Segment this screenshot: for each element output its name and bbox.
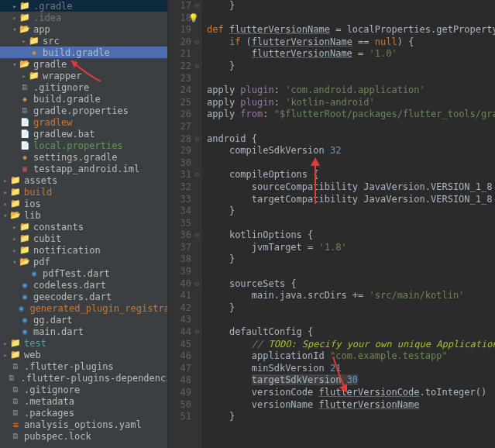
- code-line[interactable]: applicationId "com.example.testapp": [207, 350, 495, 363]
- chevron-down-icon[interactable]: ▾: [11, 60, 19, 68]
- code-line[interactable]: [207, 121, 495, 133]
- code-line[interactable]: targetSdkVersion 30: [207, 374, 495, 387]
- tree-item[interactable]: ▸build.gradle: [0, 47, 167, 58]
- chevron-right-icon[interactable]: ▸: [20, 37, 28, 45]
- tree-item[interactable]: ▸.idea: [0, 12, 167, 23]
- tree-item[interactable]: ▸gradle.properties: [0, 105, 167, 116]
- code-line[interactable]: main.java.srcDirs += 'src/main/kotlin': [207, 290, 495, 302]
- code-area[interactable]: }def flutterVersionName = localPropertie…: [202, 0, 495, 448]
- tree-item[interactable]: ▸local.properties: [0, 140, 167, 151]
- code-line[interactable]: // TODO: Specify your own unique Applica…: [207, 339, 495, 351]
- chevron-right-icon[interactable]: ▸: [11, 14, 19, 22]
- code-editor[interactable]: 17⊟18💡1920⊟2122⊟232425262728⊟293031⊟3233…: [168, 0, 495, 448]
- fold-icon[interactable]: ⊟: [195, 36, 199, 49]
- tree-item[interactable]: ▸test: [0, 337, 167, 349]
- code-line[interactable]: jvmTarget = '1.8': [207, 242, 495, 254]
- chevron-down-icon[interactable]: ▾: [2, 212, 9, 219]
- tree-item[interactable]: ▸pubspec.lock: [0, 430, 167, 442]
- chevron-down-icon[interactable]: ▾: [11, 258, 19, 266]
- code-line[interactable]: minSdkVersion 21: [207, 363, 495, 375]
- tree-item[interactable]: ▸.flutter-plugins-dependencies: [0, 372, 167, 384]
- tree-item[interactable]: ▸wrapper: [0, 70, 167, 81]
- chevron-right-icon[interactable]: ▸: [11, 246, 19, 254]
- lightbulb-icon[interactable]: 💡: [188, 12, 199, 25]
- project-tree[interactable]: ▸.gradle▸.idea▾app▸src▸build.gradle▾grad…: [0, 0, 168, 448]
- fold-icon[interactable]: ⊟: [195, 278, 199, 291]
- code-line[interactable]: }: [207, 0, 495, 12]
- fold-icon[interactable]: ⊟: [195, 133, 199, 146]
- tree-item[interactable]: ▸main.dart: [0, 326, 167, 337]
- chevron-right-icon[interactable]: ▸: [2, 339, 9, 347]
- code-line[interactable]: }: [207, 205, 495, 218]
- tree-item[interactable]: ▸geecoders.dart: [0, 291, 167, 302]
- code-line[interactable]: compileOptions {: [207, 169, 495, 181]
- code-line[interactable]: android {: [207, 133, 495, 146]
- tree-item[interactable]: ▸.gitignore: [0, 384, 167, 395]
- chevron-right-icon[interactable]: ▸: [20, 72, 28, 80]
- fold-icon[interactable]: ⊟: [195, 229, 199, 242]
- tree-item[interactable]: ▸notification: [0, 244, 167, 256]
- tree-item[interactable]: ▸.flutter-plugins: [0, 360, 167, 372]
- chevron-right-icon[interactable]: ▸: [2, 351, 9, 359]
- tree-item[interactable]: ▸.metadata: [0, 395, 167, 407]
- code-line[interactable]: compileSdkVersion 32: [207, 145, 495, 157]
- code-line[interactable]: apply from: "$flutterRoot/packages/flutt…: [207, 109, 495, 121]
- chevron-down-icon[interactable]: ▾: [11, 26, 19, 33]
- tree-item[interactable]: ▸.gradle: [0, 0, 167, 12]
- code-line[interactable]: [207, 73, 495, 85]
- chevron-right-icon[interactable]: ▸: [2, 200, 9, 208]
- tree-item[interactable]: ▸build: [0, 186, 167, 198]
- chevron-right-icon[interactable]: ▸: [2, 188, 9, 196]
- tree-item[interactable]: ▸testapp_android.iml: [0, 163, 167, 174]
- code-line[interactable]: versionCode flutterVersionCode.toInteger…: [207, 387, 495, 399]
- code-line[interactable]: [207, 157, 495, 170]
- tree-item[interactable]: ▸web: [0, 349, 167, 360]
- tree-item[interactable]: ▸gradlew.bat: [0, 128, 167, 140]
- fold-icon[interactable]: ⊟: [195, 169, 199, 181]
- code-line[interactable]: }: [207, 411, 495, 423]
- tree-item[interactable]: ▾gradle: [0, 58, 167, 70]
- code-line[interactable]: }: [207, 60, 495, 73]
- code-line[interactable]: [207, 12, 495, 25]
- code-line[interactable]: apply plugin: 'com.android.application': [207, 84, 495, 97]
- tree-item[interactable]: ▸build.gradle: [0, 93, 167, 105]
- code-line[interactable]: targetCompatibility JavaVersion.VERSION_…: [207, 194, 495, 206]
- tree-item[interactable]: ▸cubit: [0, 233, 167, 244]
- fold-icon[interactable]: ⊟: [195, 60, 199, 73]
- chevron-right-icon[interactable]: ▸: [2, 177, 9, 184]
- fold-icon[interactable]: ⊟: [195, 0, 199, 12]
- fold-icon[interactable]: ⊟: [195, 326, 199, 339]
- tree-item[interactable]: ▸settings.gradle: [0, 151, 167, 163]
- tree-item[interactable]: ▸pdfTest.dart: [0, 267, 167, 279]
- code-line[interactable]: sourceCompatibility JavaVersion.VERSION_…: [207, 181, 495, 194]
- tree-item[interactable]: ▸gradlew: [0, 116, 167, 128]
- tree-item[interactable]: ▸constants: [0, 221, 167, 233]
- code-line[interactable]: }: [207, 302, 495, 315]
- code-line[interactable]: [207, 266, 495, 278]
- code-line[interactable]: def flutterVersionName = localProperties…: [207, 24, 495, 36]
- tree-item[interactable]: ▸codeless.dart: [0, 279, 167, 291]
- code-line[interactable]: }: [207, 253, 495, 266]
- code-line[interactable]: defaultConfig {: [207, 326, 495, 339]
- code-line[interactable]: [207, 314, 495, 326]
- code-line[interactable]: apply plugin: 'kotlin-android': [207, 97, 495, 109]
- code-line[interactable]: kotlinOptions {: [207, 229, 495, 242]
- tree-item[interactable]: ▾lib: [0, 209, 167, 221]
- tree-item[interactable]: ▸assets: [0, 174, 167, 186]
- code-line[interactable]: versionName flutterVersionName: [207, 399, 495, 412]
- tree-item[interactable]: ▸src: [0, 35, 167, 47]
- code-line[interactable]: if (flutterVersionName == null) {: [207, 36, 495, 49]
- tree-item[interactable]: ▸analysis_options.yaml: [0, 419, 167, 430]
- chevron-right-icon[interactable]: ▸: [11, 223, 19, 231]
- code-line[interactable]: flutterVersionName = '1.0': [207, 48, 495, 60]
- code-line[interactable]: [207, 218, 495, 230]
- tree-item[interactable]: ▾pdf: [0, 256, 167, 267]
- chevron-right-icon[interactable]: ▸: [11, 235, 19, 243]
- tree-item[interactable]: ▾app: [0, 23, 167, 35]
- tree-item[interactable]: ▸.gitignore: [0, 81, 167, 93]
- tree-item[interactable]: ▸.packages: [0, 407, 167, 419]
- tree-item[interactable]: ▸generated_plugin_registrant.dart: [0, 302, 167, 314]
- code-line[interactable]: sourceSets {: [207, 278, 495, 291]
- chevron-right-icon[interactable]: ▸: [11, 2, 19, 10]
- tree-item[interactable]: ▸ios: [0, 198, 167, 209]
